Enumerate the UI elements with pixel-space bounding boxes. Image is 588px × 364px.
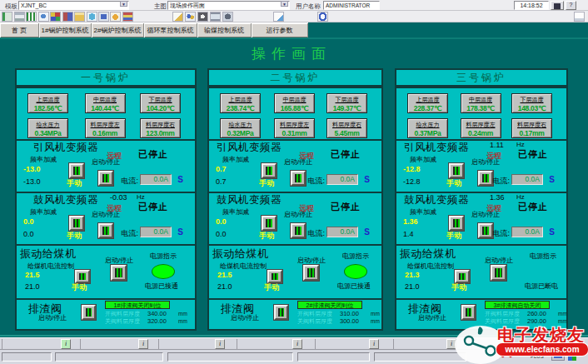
feeder-startstop-label: 启动/停止 [105,256,133,265]
tab-1[interactable]: 首 页 [0,23,39,38]
blower-status: 已停止 [518,201,548,213]
sensor-box: 上层温度228.37℃ [407,93,448,113]
key-icon [554,3,561,9]
layers-icon[interactable] [122,12,133,22]
slag-status-badge: 1#排渣阀关闭到位 [105,301,170,309]
feeder-startstop-label: 启动/停止 [297,256,326,265]
slag-open-unit: mm [371,311,380,317]
clock-display: 14:18:52 [514,1,549,10]
blower-hz-unit: Hz [516,193,525,201]
page-arrow-icon[interactable] [273,12,284,22]
picture-icon[interactable] [62,12,73,22]
feeder-ctrl-label: 给煤机电流控制 [407,262,454,271]
blower-freq-dec: 0.0 [216,230,227,238]
fan-startstop-button[interactable] [98,171,113,186]
template-dropdown-icon[interactable]: ▼ [120,1,127,7]
blower-manual-button[interactable] [262,216,277,231]
feeder-power-label: 电源指示 [530,252,556,261]
feeder-manual-button[interactable] [267,270,282,283]
slag-valve-button[interactable] [82,305,96,320]
tab-2[interactable]: 1#锅炉控制系统 [39,23,92,38]
blower-startstop-button[interactable] [291,223,306,238]
fan-manual-button-icon [73,167,80,175]
zoom-icon[interactable] [38,12,49,22]
info-button[interactable]: i [215,339,225,349]
status-field [2,352,52,362]
machine-icon[interactable] [222,12,233,22]
slag-status-badge: 3#排渣阀自动关闭 [485,301,550,309]
screen-icon[interactable] [98,12,109,22]
help-button[interactable]: ? [566,1,576,10]
fan-startstop-button[interactable] [291,171,306,186]
feeder-startstop-button[interactable] [111,265,127,281]
info-button[interactable]: i [369,339,379,349]
section-divider [396,244,566,246]
key-button[interactable] [551,1,564,10]
feeder-startstop-button-icon [307,268,315,277]
fan-manual-button[interactable] [262,163,277,178]
photo-icon[interactable] [197,12,208,22]
folder-icon[interactable] [74,12,85,22]
fan-status: 已停止 [138,148,168,161]
template-select[interactable]: XJNT_BC [18,1,129,10]
slag-valve-button[interactable] [274,305,288,320]
sensor-value: 182.56℃ [28,104,67,112]
blower-freq-inc: 0.0 [23,217,34,226]
info-button[interactable]: i [292,339,302,349]
feeder-ctrl-label: 给煤机电流控制 [27,262,74,271]
feeder-manual-button[interactable] [75,270,90,283]
users-icon[interactable] [185,12,196,22]
feeder-manual-button-icon [79,273,86,280]
blower-startstop-button[interactable] [478,223,493,238]
feeder-startstop-button[interactable] [491,265,506,281]
print-icon[interactable] [14,12,25,22]
blower-manual-button-icon [266,219,272,227]
clock-icon[interactable] [317,12,328,22]
fan-current-value: 0.0A [140,174,172,185]
film-icon[interactable] [210,12,221,22]
info-button[interactable]: i [61,339,71,349]
blower-s-flag: S [549,227,555,237]
feeder-manual-button[interactable] [455,270,470,283]
fan-startstop-button[interactable] [478,171,493,186]
screen-dropdown-icon[interactable]: ▼ [281,1,288,7]
alarm-icon[interactable] [110,12,121,22]
fan-manual-label: 手动 [67,178,82,189]
fan-manual-button[interactable] [69,163,84,178]
slag-valve-button[interactable] [461,305,476,320]
exit-icon[interactable] [2,12,12,22]
report-icon[interactable] [26,12,37,22]
tab-3[interactable]: 2#锅炉控制系统 [92,23,144,38]
tab-6[interactable]: 运行参数 [252,23,308,38]
tab-4[interactable]: 循环泵控制系统 [144,23,197,38]
sensor-label: 料层厚度左 [275,121,314,129]
section-divider [209,244,381,246]
sensor-label: 下层温度 [141,96,180,104]
fan-freq-dec: -12.8 [403,177,421,186]
slag-startstop-label: 启动/停止 [418,313,446,322]
feeder-inc: 21.5 [25,271,40,279]
info-button[interactable]: i [138,339,148,349]
sensor-value: 165.88℃ [275,104,314,112]
fan-manual-button[interactable] [449,163,464,178]
slag-valve-button-icon [278,308,284,317]
feeder-startstop-button[interactable] [303,265,319,281]
user-field[interactable]: ADMINISTRATOR [323,1,380,10]
doc-icon[interactable] [574,12,585,22]
blower-manual-button[interactable] [69,216,84,231]
screen-select[interactable]: 现场操作画面 [167,1,290,10]
boiler-header: 三号锅炉 [395,68,568,87]
sensor-box: 给水压力0.34MPa [27,118,68,138]
slag-startstop-label: 启动/停止 [231,313,259,322]
blower-startstop-button[interactable] [98,223,113,238]
blower-manual-button[interactable] [449,216,464,231]
palette-icon[interactable] [50,12,61,22]
blower-hz-value: 1.36 [490,193,505,202]
tab-5[interactable]: 输煤控制系统 [197,23,252,38]
back-arrow-icon[interactable] [87,12,97,22]
fan-freq-dec: 0.7 [216,177,227,186]
signature-icon[interactable] [172,12,183,22]
blower-freq-inc: 1.36 [403,217,418,226]
watermark-url: www.elecfans.com [496,343,588,356]
feeder-inc: 21.5 [217,271,232,279]
